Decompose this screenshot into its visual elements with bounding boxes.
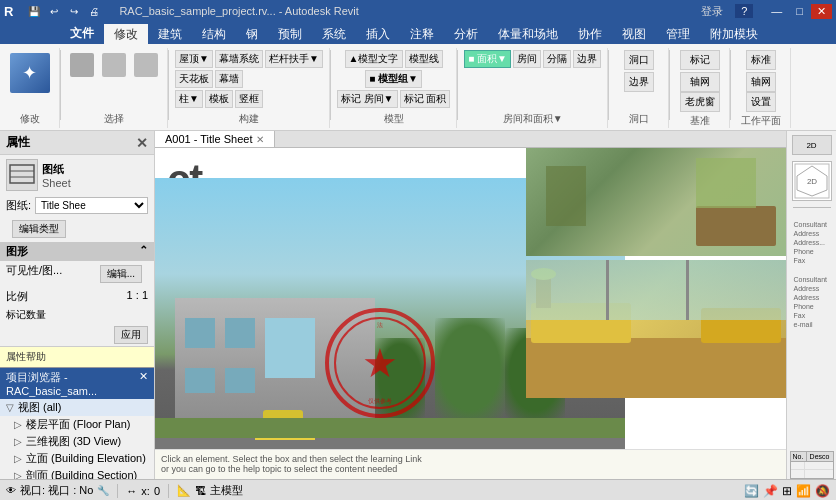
maximize-button[interactable]: □ <box>790 4 809 19</box>
info-row-2 <box>791 470 833 478</box>
tab-prefab[interactable]: 预制 <box>268 24 312 44</box>
curtain-btn[interactable]: 幕墙系统 <box>215 50 263 68</box>
opening-btn[interactable]: 洞口 <box>624 50 654 70</box>
app-title: RAC_basic_sample_project.rv... - Autodes… <box>119 5 358 17</box>
tree-item-section1[interactable]: ▷ 剖面 (Building Section) <box>0 467 154 479</box>
help-button[interactable]: ? <box>735 4 753 18</box>
ref2-btn[interactable]: 轴网 <box>746 72 776 92</box>
tab-architecture[interactable]: 建筑 <box>148 24 192 44</box>
browser-title: 项目浏览器 - RAC_basic_sam... <box>6 370 139 397</box>
edit-type-button[interactable]: 编辑类型 <box>12 220 66 238</box>
type-icon <box>6 159 38 191</box>
tab-manage[interactable]: 管理 <box>656 24 700 44</box>
floor2-btn[interactable]: 模板 <box>205 90 233 108</box>
pin-icon[interactable]: 📌 <box>763 484 778 498</box>
tree-item-floor-plan[interactable]: ▷ 楼层平面 (Floor Plan) <box>0 416 154 433</box>
tab-view[interactable]: 视图 <box>612 24 656 44</box>
ceiling-btn[interactable]: 天花板 <box>175 70 213 88</box>
info-table-header: No. Desco <box>791 452 833 462</box>
close-button[interactable]: ✕ <box>811 4 832 19</box>
shape-expand-icon: ⌃ <box>139 244 148 259</box>
window-1 <box>185 318 215 348</box>
tab-structure[interactable]: 结构 <box>192 24 236 44</box>
workplane-group-label: 工作平面 <box>741 112 781 128</box>
scale-row: 比例 1 : 1 <box>0 287 154 306</box>
edit-visible-button[interactable]: 编辑... <box>100 265 142 283</box>
tree-silhouette <box>546 166 586 226</box>
level-btn[interactable]: 标记 <box>680 50 720 70</box>
browser-close-button[interactable]: ✕ <box>139 370 148 397</box>
workplane-btn[interactable]: 标准 <box>746 50 776 70</box>
drawing-canvas[interactable]: ct <box>155 148 786 479</box>
floor-surface <box>526 338 786 398</box>
tab-annotate[interactable]: 注释 <box>400 24 444 44</box>
info-row-1 <box>791 462 833 470</box>
canvas-status-bar: Click an element. Select the box and the… <box>155 449 786 479</box>
sync-icon[interactable]: 🔄 <box>744 484 759 498</box>
model-group-btn[interactable]: ■ 模型组▼ <box>365 70 422 88</box>
login-link[interactable]: 登录 <box>701 4 723 19</box>
select-btn-3[interactable] <box>131 50 161 81</box>
properties-close-button[interactable]: ✕ <box>136 135 148 151</box>
ref-btn[interactable]: 老虎窗 <box>680 92 720 112</box>
select-btn-1[interactable] <box>67 50 97 81</box>
tab-file[interactable]: 文件 <box>60 22 104 44</box>
tab-steel[interactable]: 钢 <box>236 24 268 44</box>
opening2-btn[interactable]: 边界 <box>624 72 654 92</box>
door-btn[interactable]: 竖框 <box>235 90 263 108</box>
model-text-btn[interactable]: ▲模型文字 <box>345 50 403 68</box>
apply-button[interactable]: 应用 <box>114 326 148 344</box>
status-bar: 👁 视口: 视口 : No 🔧 ↔ x: 0 📐 🏗 主模型 🔄 📌 ⊞ 📶 🔕 <box>0 479 836 500</box>
tab-analyze[interactable]: 分析 <box>444 24 488 44</box>
area2-btn[interactable]: 房间 <box>513 50 541 68</box>
tab-collab[interactable]: 协作 <box>568 24 612 44</box>
wall2-btn[interactable]: 幕墙 <box>215 70 243 88</box>
grid-btn[interactable]: 轴网 <box>680 72 720 92</box>
minimize-button[interactable]: — <box>765 4 788 19</box>
tree-item-elevation[interactable]: ▷ 立面 (Building Elevation) <box>0 450 154 467</box>
select-btn-2[interactable] <box>99 50 129 81</box>
title-bar-right: 登录 ? — □ ✕ <box>701 4 832 19</box>
room-sep-btn[interactable]: 分隔 <box>543 50 571 68</box>
column-btn[interactable]: 柱▼ <box>175 90 203 108</box>
modify-tool-button[interactable]: ✦ <box>7 50 53 97</box>
tab-modify[interactable]: 修改 <box>104 24 148 44</box>
tab-addins[interactable]: 附加模块 <box>700 24 768 44</box>
properties-header: 属性 ✕ <box>0 131 154 155</box>
build-group-label: 构建 <box>239 110 259 126</box>
grid-icon[interactable]: ⊞ <box>782 484 792 498</box>
tab-massing[interactable]: 体量和场地 <box>488 24 568 44</box>
scale-value: 1 : 1 <box>127 289 148 304</box>
expand-3d-icon: ▷ <box>14 436 22 447</box>
save-button[interactable]: 💾 <box>25 2 43 20</box>
set-btn[interactable]: 设置 <box>746 92 776 112</box>
table-shape <box>696 206 776 246</box>
view-tab-title-sheet[interactable]: A001 - Title Sheet ✕ <box>155 131 275 147</box>
tree-item-views[interactable]: ▽ 视图 (all) <box>0 399 154 416</box>
mark-btn[interactable]: 标记 房间▼ <box>337 90 398 108</box>
svg-rect-0 <box>10 165 34 183</box>
nav-cube[interactable]: 2D <box>792 161 832 201</box>
wifi-icon[interactable]: 📶 <box>796 484 811 498</box>
model-line-btn[interactable]: 模型线 <box>405 50 443 68</box>
status-view-btn[interactable]: 🔧 <box>97 485 109 496</box>
volume-icon[interactable]: 🔕 <box>815 484 830 498</box>
area-btn[interactable]: 标记 面积 <box>400 90 451 108</box>
tree-item-3d-view[interactable]: ▷ 三维视图 (3D View) <box>0 433 154 450</box>
floor-btn[interactable]: 栏杆扶手▼ <box>265 50 323 68</box>
redo-button[interactable]: ↪ <box>65 2 83 20</box>
graph-select[interactable]: Title Shee <box>35 197 148 214</box>
undo-button[interactable]: ↩ <box>45 2 63 20</box>
right-panel-separator <box>793 207 831 208</box>
room-btn[interactable]: ■ 面积▼ <box>464 50 511 68</box>
view-tab-close-button[interactable]: ✕ <box>256 134 264 145</box>
room-tag-btn[interactable]: 边界 <box>573 50 601 68</box>
tab-system[interactable]: 系统 <box>312 24 356 44</box>
wall-btn[interactable]: 屋顶▼ <box>175 50 213 68</box>
print-button[interactable]: 🖨 <box>85 2 103 20</box>
tab-insert[interactable]: 插入 <box>356 24 400 44</box>
type-sub: Sheet <box>42 177 71 189</box>
exterior-detail <box>696 158 756 208</box>
nav-2d-button[interactable]: 2D <box>792 135 832 155</box>
prop-help-link[interactable]: 属性帮助 <box>0 346 154 367</box>
